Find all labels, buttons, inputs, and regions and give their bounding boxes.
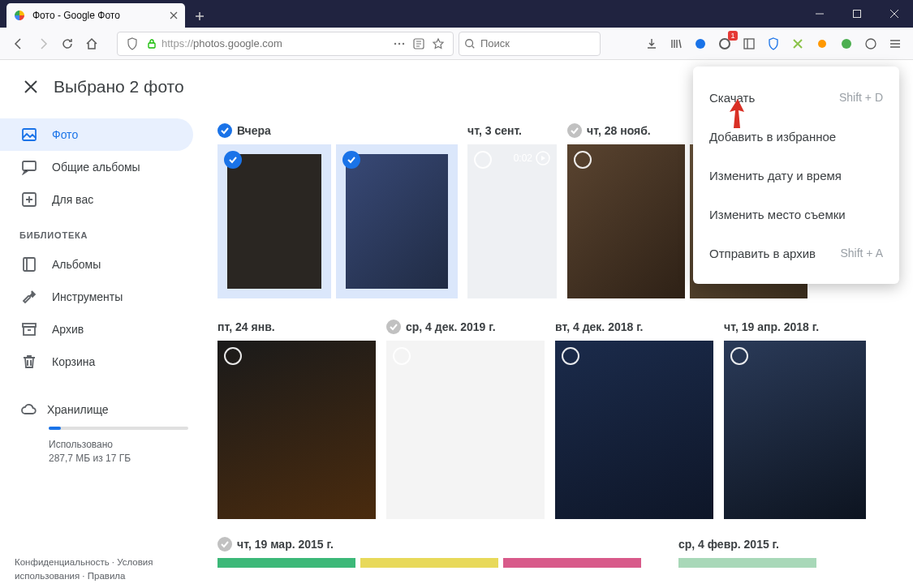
svg-rect-16 [24,258,35,271]
day-header[interactable]: ср, 4 дек. 2019 г. [386,313,549,341]
album-icon [19,255,39,274]
tab-strip: Фото - Google Фото [0,0,211,28]
menu-download[interactable]: СкачатьShift + D [693,78,899,117]
day-header[interactable]: ср, 4 февр. 2015 г. [678,530,841,558]
search-bar[interactable]: Поиск [459,32,601,56]
photo-thumb[interactable] [217,341,376,519]
back-button[interactable] [6,32,31,56]
nav-photos[interactable]: Фото [0,118,193,151]
minimize-button[interactable] [801,0,838,28]
day-label: ср, 4 дек. 2019 г. [406,320,496,333]
svg-rect-9 [744,39,754,49]
day-check-icon[interactable] [567,123,582,138]
forward-button[interactable] [31,32,55,56]
photo-thumb[interactable] [386,341,545,519]
photo-thumb[interactable] [360,558,498,568]
day-label: чт, 3 сент. [467,124,522,137]
google-photos-favicon [13,9,26,22]
footer-links[interactable]: Конфиденциальность · Условия использован… [15,556,201,584]
nav-label: Альбомы [52,258,101,271]
lock-icon[interactable] [142,38,161,49]
svg-point-6 [466,39,473,46]
storage-widget[interactable]: Хранилище Использовано 287,7 МБ из 17 ГБ [19,401,188,466]
day-group: Вчера [217,117,461,298]
photo-thumb[interactable] [567,144,685,298]
thumb-check-icon[interactable] [474,151,492,169]
menu-favorite[interactable]: Добавить в избранное [693,117,899,156]
day-check-icon[interactable] [217,537,232,552]
svg-rect-13 [23,129,36,140]
nav-label: Общие альбомы [52,161,140,174]
nav-utilities[interactable]: Инструменты [0,281,193,313]
bookmark-star-icon[interactable] [429,37,448,50]
photo-thumb[interactable] [503,558,641,568]
browser-tab[interactable]: Фото - Google Фото [6,3,185,28]
day-header[interactable]: чт, 3 сент. [467,117,561,144]
svg-rect-18 [24,327,35,335]
day-header[interactable]: Вчера [217,117,461,144]
thumb-check-icon[interactable] [224,151,242,169]
new-tab-button[interactable] [188,5,211,28]
library-icon[interactable] [665,32,687,55]
close-button[interactable] [876,0,913,28]
nav-sharing[interactable]: Общие альбомы [0,151,193,183]
shield-icon[interactable] [123,37,142,50]
ext-icon-2[interactable]: 1 [713,32,736,55]
nav-trash[interactable]: Корзина [0,346,193,378]
photo-thumb[interactable] [724,341,866,519]
day-check-icon[interactable] [386,320,401,334]
menu-edit-place[interactable]: Изменить место съемки [693,195,899,234]
ext-icon-6[interactable] [859,32,882,55]
home-button[interactable] [80,32,104,56]
day-group: чт, 19 апр. 2018 г. [724,313,870,519]
ext-icon-4[interactable] [811,32,833,55]
address-bar[interactable]: https://photos.google.com [117,32,454,56]
sidebar-icon[interactable] [738,32,760,55]
wrench-icon [19,287,39,307]
day-header[interactable]: чт, 19 мар. 2015 г. [217,530,672,558]
photo-thumb[interactable] [555,341,713,519]
nav-label: Инструменты [52,290,123,303]
thumb-check-icon[interactable] [730,347,748,365]
thumb-check-icon[interactable] [224,347,242,365]
thumb-check-icon[interactable] [562,347,579,365]
maximize-button[interactable] [838,0,876,28]
nav-archive[interactable]: Архив [0,313,193,346]
tab-close-icon[interactable] [169,11,179,20]
reader-mode-icon[interactable] [409,37,429,50]
day-check-icon[interactable] [217,123,232,138]
section-library: БИБЛИОТЕКА [0,216,208,248]
photo-thumb[interactable] [217,144,331,298]
thumb-check-icon[interactable] [574,151,592,169]
photo-thumb[interactable] [678,558,816,568]
chat-icon [19,157,39,177]
reload-button[interactable] [55,32,80,56]
storage-title: Хранилище [47,403,109,416]
photo-icon [19,125,39,144]
page-action-dots-icon[interactable] [390,42,409,45]
day-header[interactable]: пт, 24 янв. [217,313,380,341]
nav-foryou[interactable]: Для вас [0,183,193,216]
day-label: ср, 4 февр. 2015 г. [678,538,779,551]
nav-label: Корзина [52,355,95,368]
thumb-check-icon[interactable] [393,347,411,365]
day-header[interactable]: чт, 19 апр. 2018 г. [724,313,870,341]
menu-edit-date[interactable]: Изменить дату и время [693,156,899,195]
photo-thumb[interactable] [217,558,355,568]
svg-point-3 [398,42,400,44]
menu-archive[interactable]: Отправить в архивShift + A [693,234,899,273]
svg-point-2 [394,42,396,44]
photo-thumb[interactable]: 0:02 [467,144,557,298]
selection-title: Выбрано 2 фото [54,77,184,97]
photo-thumb[interactable] [336,144,458,298]
ext-shield-icon[interactable] [762,32,785,55]
menu-button[interactable] [884,32,907,55]
nav-albums[interactable]: Альбомы [0,248,193,281]
ext-icon-5[interactable] [835,32,858,55]
day-header[interactable]: вт, 4 дек. 2018 г. [555,313,717,341]
thumb-check-icon[interactable] [342,151,360,169]
downloads-icon[interactable] [640,32,663,55]
ext-icon-3[interactable] [786,32,809,55]
deselect-button[interactable] [15,71,47,103]
ext-icon-1[interactable] [689,32,712,55]
